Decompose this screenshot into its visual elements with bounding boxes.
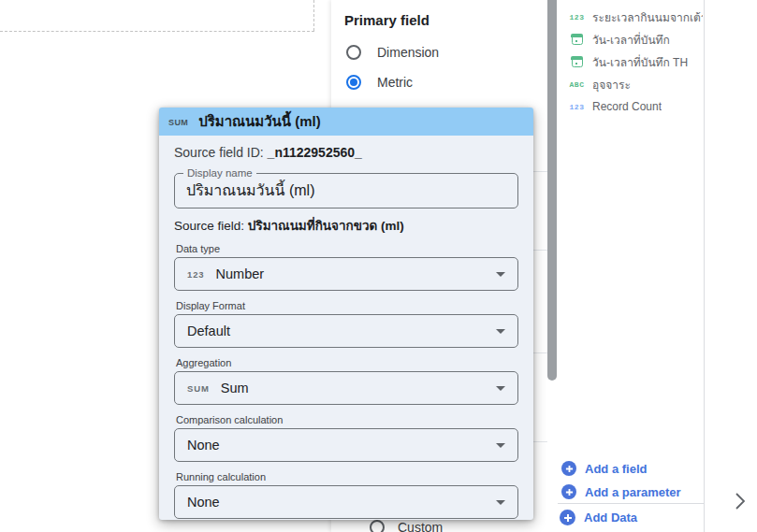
dialog-body: Source field ID: _n1122952560_ Display n… bbox=[159, 136, 533, 519]
dropdown-caret-icon bbox=[496, 500, 505, 505]
number-123-icon: 123 bbox=[568, 13, 586, 22]
display-name-floating-label: Display name bbox=[183, 167, 256, 179]
display-name-value: ปริมาณนมวันนี้ (ml) bbox=[175, 174, 517, 208]
dropdown-caret-icon bbox=[496, 386, 505, 391]
field-label: Record Count bbox=[592, 100, 662, 113]
data-fields-panel: 123 ระยะเวลากินนมจากเต้า ... วัน-เวลาที่… bbox=[558, 0, 705, 532]
radio-dimension-label: Dimension bbox=[377, 45, 439, 60]
display-format-dropdown[interactable]: Default bbox=[174, 314, 518, 348]
sum-icon: SUM bbox=[187, 383, 210, 394]
display-format-value: Default bbox=[187, 324, 230, 338]
radio-custom-label: Custom bbox=[398, 520, 443, 532]
comparison-calculation-group: Comparison calculation None bbox=[174, 414, 518, 462]
running-calculation-value: None bbox=[187, 495, 220, 510]
source-field-id-value: _n1122952560_ bbox=[268, 145, 362, 160]
aggregation-label: Aggregation bbox=[176, 357, 518, 369]
radio-metric[interactable]: Metric bbox=[346, 75, 413, 90]
dialog-title: ปริมาณนมวันนี้ (ml) bbox=[198, 110, 321, 133]
hidden-control-edge bbox=[531, 250, 547, 251]
text-abc-icon: ABC bbox=[568, 80, 586, 89]
radio-dimension[interactable]: Dimension bbox=[346, 45, 439, 60]
field-edit-dialog: SUM ปริมาณนมวันนี้ (ml) Source field ID:… bbox=[159, 108, 533, 520]
aggregation-group: Aggregation SUM Sum bbox=[174, 357, 518, 405]
calendar-icon bbox=[568, 35, 586, 45]
canvas-selection-dashed-line-horizontal bbox=[0, 31, 314, 32]
plus-icon bbox=[561, 461, 576, 476]
data-type-dropdown[interactable]: 123 Number bbox=[174, 257, 518, 291]
dropdown-caret-icon bbox=[496, 329, 505, 334]
source-field-row: Source field: ปริมาณนมที่กินจากขวด (ml) bbox=[174, 215, 518, 236]
source-field-id-row: Source field ID: _n1122952560_ bbox=[174, 145, 518, 160]
data-type-label: Data type bbox=[176, 243, 518, 255]
field-list-item[interactable]: 123 Record Count bbox=[558, 95, 704, 118]
field-list-item[interactable]: ABC อุจจาระ bbox=[558, 73, 704, 95]
add-a-parameter-label: Add a parameter bbox=[585, 485, 681, 499]
aggregation-dropdown[interactable]: SUM Sum bbox=[174, 371, 518, 405]
radio-circle-icon bbox=[346, 45, 361, 60]
dialog-header: SUM ปริมาณนมวันนี้ (ml) bbox=[159, 108, 533, 136]
comparison-calculation-value: None bbox=[187, 438, 220, 453]
hidden-control-edge bbox=[531, 171, 547, 172]
add-data-label: Add Data bbox=[584, 510, 637, 525]
aggregation-sum-badge: SUM bbox=[168, 118, 188, 127]
field-list-item[interactable]: วัน-เวลาที่บันทึก bbox=[558, 28, 704, 50]
hidden-control-edge bbox=[531, 441, 547, 442]
add-a-parameter-button[interactable]: Add a parameter bbox=[561, 484, 681, 499]
display-format-group: Display Format Default bbox=[174, 300, 518, 348]
add-data-button[interactable]: Add Data bbox=[560, 510, 637, 525]
panel-title: Primary field bbox=[344, 12, 429, 28]
comparison-calculation-dropdown[interactable]: None bbox=[174, 428, 518, 462]
add-a-field-button[interactable]: Add a field bbox=[561, 461, 647, 476]
actions-divider bbox=[558, 503, 704, 504]
collapse-panel-chevron-right-icon[interactable] bbox=[732, 491, 749, 511]
display-format-label: Display Format bbox=[176, 300, 518, 312]
number-123-icon: 123 bbox=[187, 269, 205, 280]
radio-circle-selected-icon bbox=[346, 75, 361, 90]
number-123-icon: 123 bbox=[568, 103, 586, 111]
source-field-value: ปริมาณนมที่กินจากขวด (ml) bbox=[248, 219, 404, 233]
calendar-icon bbox=[568, 57, 586, 67]
add-a-field-label: Add a field bbox=[585, 462, 647, 476]
data-type-value: Number bbox=[216, 266, 265, 281]
source-field-id-label: Source field ID: bbox=[174, 145, 264, 160]
running-calculation-group: Running calculation None bbox=[174, 471, 518, 519]
aggregation-value: Sum bbox=[221, 381, 249, 395]
radio-circle-icon bbox=[370, 520, 385, 532]
field-list: 123 ระยะเวลากินนมจากเต้า ... วัน-เวลาที่… bbox=[558, 0, 704, 118]
radio-custom[interactable]: Custom bbox=[370, 520, 443, 532]
running-calculation-label: Running calculation bbox=[176, 471, 518, 483]
comparison-calculation-label: Comparison calculation bbox=[176, 414, 518, 426]
looker-studio-canvas: { "editor_panel": { "title": "Primary fi… bbox=[0, 0, 757, 532]
field-label: ระยะเวลากินนมจากเต้า ... bbox=[592, 8, 703, 26]
running-calculation-dropdown[interactable]: None bbox=[174, 485, 518, 519]
display-name-input[interactable]: Display name ปริมาณนมวันนี้ (ml) bbox=[174, 173, 518, 208]
hidden-control-edge bbox=[531, 352, 547, 353]
source-field-label: Source field: bbox=[174, 219, 244, 233]
dropdown-caret-icon bbox=[496, 272, 505, 277]
plus-icon bbox=[561, 484, 576, 499]
panel-scrollbar-thumb[interactable] bbox=[547, 0, 557, 381]
field-label: อุจจาระ bbox=[592, 76, 631, 93]
field-label: วัน-เวลาที่บันทึก bbox=[592, 31, 670, 49]
plus-icon bbox=[560, 510, 575, 525]
radio-metric-label: Metric bbox=[377, 75, 413, 90]
canvas-selection-dashed-line-vertical bbox=[313, 0, 314, 31]
dropdown-caret-icon bbox=[496, 443, 505, 448]
field-list-item[interactable]: 123 ระยะเวลากินนมจากเต้า ... bbox=[558, 6, 704, 28]
field-list-item[interactable]: วัน-เวลาที่บันทึก TH bbox=[558, 50, 704, 73]
field-label: วัน-เวลาที่บันทึก TH bbox=[592, 53, 688, 71]
data-type-group: Data type 123 Number bbox=[174, 243, 518, 291]
